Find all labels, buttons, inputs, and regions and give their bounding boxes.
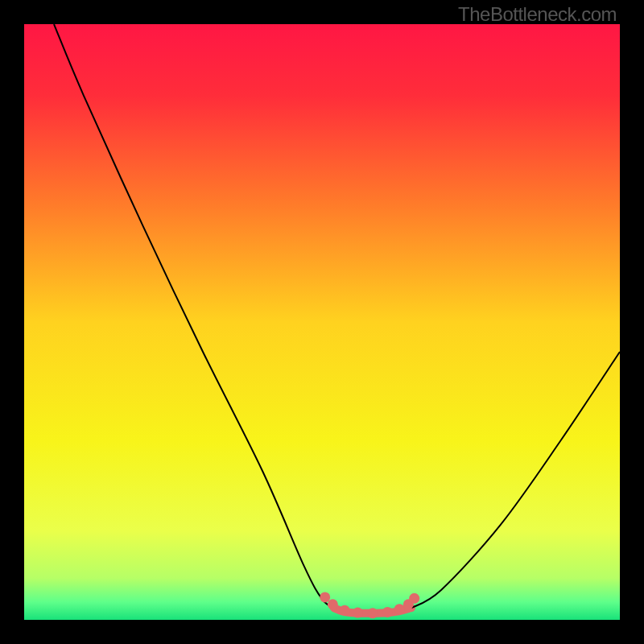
chart-frame: TheBottleneck.com: [0, 0, 644, 644]
watermark-text: TheBottleneck.com: [458, 3, 617, 26]
marker-dot: [353, 608, 363, 618]
marker-dot: [409, 593, 419, 604]
series-left-curve: [54, 24, 334, 608]
series-right-curve: [411, 352, 620, 608]
plot-area: [24, 24, 620, 620]
curve-layer: [24, 24, 620, 620]
marker-dot: [328, 599, 338, 609]
marker-dot: [340, 605, 350, 616]
marker-dot: [382, 607, 393, 617]
marker-dot: [394, 604, 405, 614]
marker-dot: [320, 592, 330, 602]
marker-dot: [367, 608, 378, 618]
